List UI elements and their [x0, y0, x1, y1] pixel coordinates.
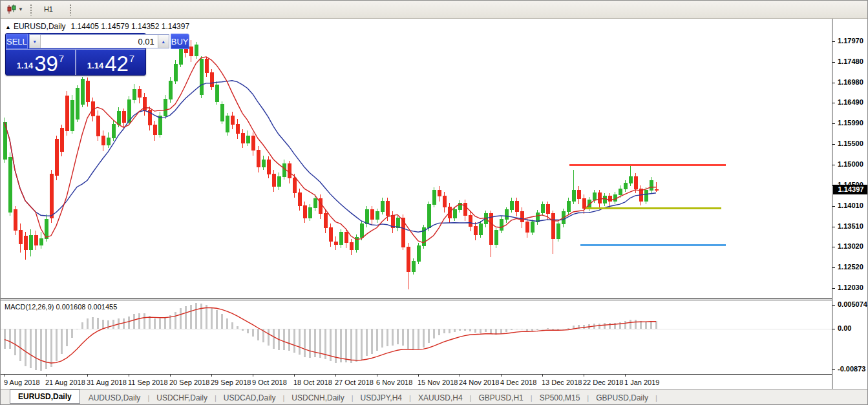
date-axis[interactable]: 9 Aug 201821 Aug 201831 Aug 201811 Sep 2… [1, 374, 832, 389]
price-axis-label: 1.17970 [838, 37, 863, 45]
chart-window: ▲EURUSD,Daily1.14405 1.14579 1.14352 1.1… [1, 19, 868, 389]
mt4-window: ▼ M1M5M15M30H1H4D1W1MN ▲EURUSD,Daily1.14… [0, 0, 868, 405]
price-axis-tick [832, 267, 835, 268]
date-axis-label: 9 Oct 2018 [252, 379, 287, 386]
price-axis-tick [832, 123, 835, 124]
price-axis-tick [832, 206, 835, 207]
macd-values: 0.001608 0.001455 [56, 303, 117, 311]
date-axis-tick [46, 375, 47, 377]
date-axis-tick [625, 375, 626, 377]
macd-axis-label: 0.005074 [838, 300, 867, 308]
tab-separator: | [655, 394, 658, 402]
chart-tab-usdcad-daily[interactable]: USDCAD,Daily [217, 391, 282, 404]
chart-symbol-label: EURUSD,Daily [14, 22, 66, 31]
chart-tab-audusd-daily[interactable]: AUDUSD,Daily [82, 391, 147, 404]
date-axis-tick [294, 375, 295, 377]
price-axis-tick [832, 83, 835, 83]
date-axis-tick [377, 375, 377, 377]
date-axis-tick [584, 375, 584, 377]
price-axis-tick [832, 41, 835, 42]
date-axis-label: 20 Sep 2018 [169, 379, 209, 386]
macd-indicator-chart[interactable] [1, 300, 832, 374]
sell-price[interactable]: 1.14 39 7 [6, 50, 76, 75]
date-axis-tick [501, 375, 502, 377]
macd-axis-tick [832, 369, 835, 370]
date-axis-label: 6 Nov 2018 [376, 379, 412, 386]
sell-button[interactable]: SELL [6, 34, 28, 49]
price-axis-label: 1.16980 [838, 78, 863, 86]
price-axis-tick [832, 103, 835, 103]
macd-axis-tick [832, 305, 835, 306]
sell-price-small: 1.14 [17, 61, 33, 70]
macd-label: MACD(12,26,9) 0.001608 0.001455 [5, 303, 117, 311]
date-axis-tick [335, 375, 336, 377]
price-axis-label: 1.15000 [838, 160, 863, 168]
price-axis-label: 1.12520 [838, 263, 863, 271]
buy-price-pip: 7 [129, 53, 134, 64]
trade-panel-prices: 1.14 39 7 1.14 42 7 [6, 50, 145, 75]
candlestick-chart-icon[interactable] [6, 5, 17, 15]
macd-name: MACD(12,26,9) [5, 303, 54, 311]
chevron-down-icon[interactable]: ▼ [18, 6, 23, 12]
timeframe-button-h1[interactable]: H1 [38, 3, 63, 16]
price-axis-label: 1.15990 [838, 119, 863, 127]
toolbar-separator [69, 4, 72, 16]
price-axis-label: 1.13510 [838, 222, 863, 230]
buy-price[interactable]: 1.14 42 7 [76, 50, 145, 75]
price-axis-label: 1.16490 [838, 98, 863, 106]
chart-tab-gbpusd-daily[interactable]: GBPUSD,Daily [589, 391, 655, 404]
chart-tab-eurusd-daily[interactable]: EURUSD,Daily [10, 389, 80, 404]
chart-tab-usdcnh-daily[interactable]: USDCNH,Daily [285, 391, 350, 404]
one-click-trade-panel: SELL ▼ ▲ BUY 1.14 39 7 1.14 42 7 [5, 33, 146, 76]
current-price-badge: 1.14397 [833, 185, 868, 194]
price-axis-label: 1.15500 [838, 140, 863, 147]
volume-increase-button[interactable]: ▲ [158, 35, 169, 48]
trade-panel-top-row: SELL ▼ ▲ BUY [6, 34, 145, 50]
chart-tab-sp500-m15[interactable]: SP500,M15 [533, 391, 587, 404]
price-axis-tick [832, 62, 835, 63]
chart-tab-usdjpy-h4[interactable]: USDJPY,H4 [354, 391, 408, 404]
date-axis-label: 31 Aug 2018 [87, 379, 127, 386]
date-axis-tick [418, 375, 419, 377]
date-axis-label: 15 Nov 2018 [418, 379, 458, 386]
chart-tab-bar: EURUSD,DailyAUDUSD,Daily|USDCHF,Daily|US… [1, 389, 868, 405]
date-axis-label: 18 Oct 2018 [293, 379, 332, 386]
chart-tab-xauusd-h4[interactable]: XAUUSD,H4 [412, 391, 469, 404]
date-axis-label: 9 Aug 2018 [4, 379, 40, 386]
toolbar-separator [30, 4, 32, 16]
date-axis-tick [211, 375, 212, 377]
sell-price-pip: 7 [59, 53, 64, 64]
chart-ohlc-values: 1.14405 1.14579 1.14352 1.14397 [71, 22, 190, 31]
date-axis-label: 22 Dec 2018 [583, 379, 623, 386]
price-axis-tick [832, 165, 835, 165]
macd-axis-label: -0.00873 [838, 365, 865, 373]
collapse-arrow-icon[interactable]: ▲ [5, 24, 11, 30]
volume-input[interactable] [41, 35, 158, 48]
buy-button[interactable]: BUY [171, 34, 189, 49]
volume-decrease-button[interactable]: ▼ [30, 35, 41, 48]
chart-title: ▲EURUSD,Daily1.14405 1.14579 1.14352 1.1… [5, 22, 189, 31]
chart-tab-usdchf-daily[interactable]: USDCHF,Daily [150, 391, 214, 404]
price-axis-label: 1.14010 [838, 202, 863, 209]
price-axis-label: 1.17480 [838, 57, 863, 65]
macd-axis-tick [832, 329, 835, 329]
date-axis-tick [5, 375, 5, 377]
price-axis-tick [832, 144, 835, 145]
chart-tab-gbpusd-h1[interactable]: GBPUSD,H1 [472, 391, 529, 404]
date-axis-label: 21 Aug 2018 [45, 379, 85, 386]
price-axis[interactable]: 1.14397 1.179701.174801.169801.164901.15… [832, 19, 868, 389]
date-axis-tick [460, 375, 460, 377]
date-axis-label: 4 Dec 2018 [500, 379, 536, 386]
price-axis-label: 1.13020 [838, 242, 863, 250]
date-axis-label: 27 Oct 2018 [335, 379, 374, 386]
date-axis-tick [542, 375, 543, 377]
date-axis-label: 24 Nov 2018 [459, 379, 499, 386]
date-axis-tick [87, 375, 88, 377]
date-axis-tick [170, 375, 171, 377]
sell-price-big: 39 [34, 54, 58, 74]
date-axis-label: 1 Jan 2019 [624, 379, 659, 386]
date-axis-label: 11 Sep 2018 [128, 379, 168, 386]
date-axis-tick [129, 375, 129, 377]
buy-price-small: 1.14 [87, 61, 103, 70]
date-axis-tick [253, 375, 253, 377]
